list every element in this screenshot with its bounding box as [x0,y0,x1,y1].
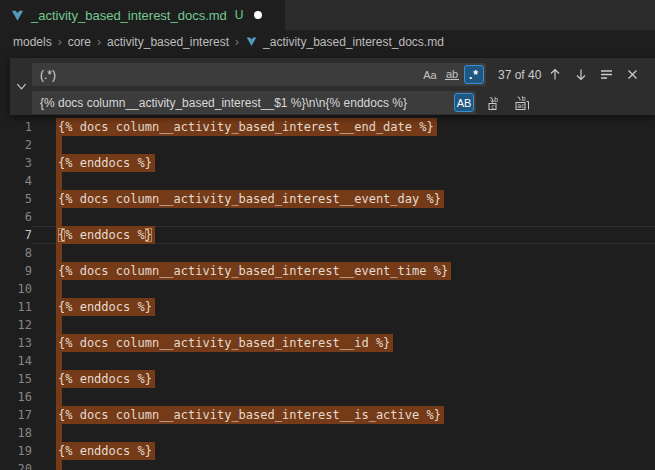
find-in-selection-button[interactable] [596,64,617,85]
replace-value-text: {% docs column__activity_based_interest_… [40,96,452,110]
code-line[interactable]: 15{% enddocs %} [0,370,655,388]
code-line[interactable]: 9{% docs column__activity_based_interest… [0,262,655,280]
next-match-button[interactable] [570,64,591,85]
find-match-highlight: {% enddocs %} [56,298,155,316]
line-content [32,460,655,470]
line-number[interactable]: 13 [0,334,32,352]
breadcrumb-item-folder[interactable]: activity_based_interest [107,35,229,49]
line-number[interactable]: 3 [0,154,32,172]
line-content [32,136,655,154]
empty-line-match-highlight [56,244,62,262]
replace-all-icon: b ac [514,95,530,111]
tab-filename: _activity_based_interest_docs.md [31,8,227,23]
line-content: {% enddocs %} [32,370,655,388]
match-count: 37 of 40 [498,68,541,82]
previous-match-button[interactable] [544,64,565,85]
code-line[interactable]: 20 [0,460,655,470]
git-status-badge: U [235,8,244,22]
breadcrumb-item-file[interactable]: _activity_based_interest_docs.md [263,35,444,49]
replace-button[interactable]: b c [484,92,505,113]
chevron-right-icon: › [97,35,101,49]
code-line[interactable]: 6 [0,208,655,226]
line-content: {% enddocs %} [32,154,655,172]
toggle-replace-button[interactable] [10,58,32,115]
line-content: {% enddocs %} [32,442,655,460]
code-line[interactable]: 18 [0,424,655,442]
find-match-highlight: {% enddocs %} [56,226,155,244]
empty-line-match-highlight [56,352,62,370]
find-input[interactable]: (.*) Aa ab .* [32,63,486,86]
breadcrumb-item-models[interactable]: models [13,35,52,49]
breadcrumb: models › core › activity_based_interest … [0,30,655,53]
modified-indicator-dot[interactable] [254,11,262,19]
line-number[interactable]: 16 [0,388,32,406]
line-number[interactable]: 19 [0,442,32,460]
code-line[interactable]: 4 [0,172,655,190]
line-number[interactable]: 15 [0,370,32,388]
code-line[interactable]: 10 [0,280,655,298]
line-content [32,244,655,262]
line-content: {% docs column__activity_based_interest_… [32,406,655,424]
line-number[interactable]: 18 [0,424,32,442]
empty-line-match-highlight [56,316,62,334]
code-line[interactable]: 7{% enddocs %} [0,226,655,244]
code-line[interactable]: 3{% enddocs %} [0,154,655,172]
line-content: {% docs column__activity_based_interest_… [32,262,655,280]
code-line[interactable]: 13{% docs column__activity_based_interes… [0,334,655,352]
chevron-down-icon [15,80,28,93]
empty-line-match-highlight [56,460,62,470]
code-line[interactable]: 16 [0,388,655,406]
line-number[interactable]: 5 [0,190,32,208]
code-line[interactable]: 12 [0,316,655,334]
code-line[interactable]: 1{% docs column__activity_based_interest… [0,118,655,136]
line-number[interactable]: 1 [0,118,32,136]
line-content: {% enddocs %} [32,298,655,316]
code-line[interactable]: 19{% enddocs %} [0,442,655,460]
code-line[interactable]: 8 [0,244,655,262]
whole-word-button[interactable]: ab [442,65,462,84]
line-content: {% docs column__activity_based_interest_… [32,118,655,136]
line-number[interactable]: 11 [0,298,32,316]
chevron-right-icon: › [235,35,239,49]
code-lines: 1{% docs column__activity_based_interest… [0,53,655,470]
chevron-right-icon: › [58,35,62,49]
code-line[interactable]: 5{% docs column__activity_based_interest… [0,190,655,208]
code-line[interactable]: 17{% docs column__activity_based_interes… [0,406,655,424]
line-number[interactable]: 6 [0,208,32,226]
find-query-text: (.*) [40,68,418,82]
empty-line-match-highlight [56,136,62,154]
line-number[interactable]: 7 [0,226,32,244]
code-line[interactable]: 14 [0,352,655,370]
line-content [32,208,655,226]
line-number[interactable]: 9 [0,262,32,280]
code-line[interactable]: 2 [0,136,655,154]
line-number[interactable]: 14 [0,352,32,370]
breadcrumb-item-core[interactable]: core [68,35,91,49]
editor-pane: (.*) Aa ab .* 37 of 40 [0,53,655,470]
line-number[interactable]: 17 [0,406,32,424]
line-number[interactable]: 20 [0,460,32,470]
regex-button[interactable]: .* [464,65,484,84]
editor-tab[interactable]: _activity_based_interest_docs.md U [0,0,285,30]
arrow-down-icon [575,68,587,81]
close-find-button[interactable] [622,64,643,85]
empty-line-match-highlight [56,172,62,190]
preserve-case-button[interactable]: AB [454,93,474,112]
line-content [32,388,655,406]
line-number[interactable]: 12 [0,316,32,334]
markdown-file-icon [10,8,25,23]
code-line[interactable]: 11{% enddocs %} [0,298,655,316]
match-case-button[interactable]: Aa [420,65,440,84]
replace-input[interactable]: {% docs column__activity_based_interest_… [32,91,476,114]
line-number[interactable]: 8 [0,244,32,262]
line-content [32,352,655,370]
line-content: {% docs column__activity_based_interest_… [32,334,655,352]
close-icon [627,69,638,80]
line-content [32,424,655,442]
line-number[interactable]: 4 [0,172,32,190]
empty-line-match-highlight [56,388,62,406]
line-content [32,280,655,298]
line-number[interactable]: 10 [0,280,32,298]
replace-all-button[interactable]: b ac [511,92,532,113]
line-number[interactable]: 2 [0,136,32,154]
